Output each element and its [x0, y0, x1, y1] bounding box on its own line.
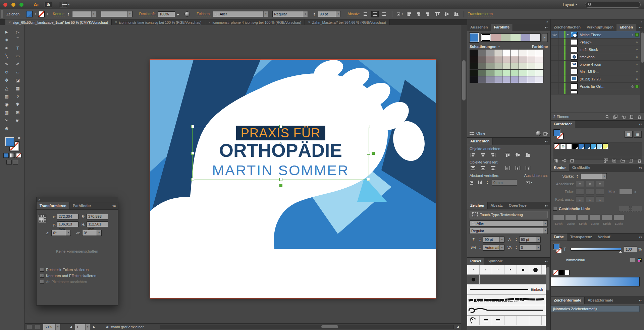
tab-ebenen[interactable]: Ebenen — [616, 24, 636, 31]
gradient-tool[interactable]: ▨ — [1, 92, 12, 100]
align-left-icon[interactable] — [470, 152, 476, 157]
new-swatch-icon[interactable] — [629, 158, 633, 163]
swatch[interactable] — [584, 143, 590, 149]
target-circle-active-icon[interactable]: ◎ — [630, 85, 635, 88]
swatch[interactable] — [502, 76, 511, 83]
swatch[interactable] — [527, 76, 536, 83]
visibility-cell[interactable] — [551, 39, 558, 46]
align-horizontal-center-button[interactable] — [415, 11, 422, 17]
swatch[interactable] — [511, 34, 521, 41]
target-circle-icon[interactable]: ○ — [634, 55, 640, 59]
magic-wand-tool[interactable]: ✶ — [1, 36, 12, 44]
hscroll-thumb[interactable] — [321, 325, 338, 328]
symbol-sprayer-tool[interactable]: ✱ — [12, 100, 23, 108]
lock-cell[interactable] — [558, 53, 564, 60]
align-horizontal-left-button[interactable] — [406, 11, 413, 17]
text-selection-bounds[interactable]: PRAXIS FÜR ORTHOPÄDIE MARTIN SOMMER ✕ — [192, 126, 369, 180]
panel-menu-icon[interactable]: ▾≡ — [543, 260, 550, 263]
library-panel-icon[interactable] — [570, 158, 575, 163]
selection-handle-se[interactable] — [367, 178, 370, 181]
target-circle-icon[interactable]: ○ — [630, 33, 635, 37]
tab-zeichenflaechen[interactable]: Zeichenflächen — [551, 24, 584, 31]
swatch[interactable] — [519, 56, 527, 63]
tints-label[interactable]: Farbtöne — [532, 45, 548, 49]
search-input[interactable] — [585, 2, 641, 8]
swatch[interactable] — [486, 70, 494, 76]
swatch[interactable] — [470, 63, 478, 70]
tint-slider[interactable] — [571, 248, 621, 251]
clipping-mask-icon[interactable] — [613, 115, 618, 119]
layer-row-praxis[interactable]: Praxis für Ort... ◎ — [551, 83, 640, 90]
swap-fill-stroke-icon[interactable]: ⇄ — [18, 136, 20, 140]
artboard-nav-icon-2[interactable] — [35, 325, 40, 329]
swatch[interactable] — [519, 76, 527, 83]
selection-handle-sw[interactable] — [191, 178, 194, 181]
opacity-input[interactable]: 100% — [158, 11, 175, 17]
kerning-select[interactable]: Automati▾ — [483, 245, 504, 251]
artboard-number-select[interactable]: 1▾ — [75, 324, 90, 330]
new-layer-icon[interactable] — [629, 115, 634, 119]
visibility-cell[interactable] — [551, 46, 558, 53]
lock-cell[interactable] — [558, 75, 564, 82]
panel-menu-icon[interactable]: ▾≡ — [543, 26, 550, 29]
panel-menu-icon[interactable]: ▾≡ — [637, 236, 644, 239]
kerning-stepper[interactable]: ▲▼ — [478, 246, 482, 250]
swatch[interactable] — [511, 63, 519, 70]
round-brush-swatch[interactable] — [467, 265, 480, 274]
new-sublayer-icon[interactable] — [621, 115, 626, 119]
visibility-cell[interactable] — [551, 68, 558, 75]
draw-mode-button[interactable] — [6, 160, 12, 164]
panel-menu-icon[interactable]: ▾≡ — [637, 26, 644, 29]
list-view-button[interactable]: ☰ — [625, 131, 633, 138]
selection-handle-e[interactable] — [367, 152, 370, 155]
target-circle-icon[interactable]: ○ — [634, 41, 640, 44]
character-style-item[interactable]: [Normales Zeichenformat]+ — [551, 306, 640, 312]
font-size-stepper[interactable]: ▲▼ — [313, 12, 316, 16]
paragraph-label[interactable]: Absatz: — [347, 12, 360, 16]
grid-view-button[interactable]: ▦ — [634, 131, 642, 138]
rectangle-tool[interactable]: ▭ — [12, 52, 23, 60]
swatch[interactable] — [494, 70, 503, 76]
swatch-options-icon[interactable] — [612, 158, 616, 163]
text-resize-handle[interactable] — [279, 184, 282, 187]
swatch[interactable] — [470, 56, 478, 63]
char-font-style-select[interactable]: Regular▾ — [470, 228, 548, 234]
dashed-line-label[interactable]: Gestrichelte Linie — [559, 207, 590, 211]
lock-cell[interactable] — [558, 83, 564, 90]
tab-absatz[interactable]: Absatz — [488, 202, 506, 209]
harmony-color-strip[interactable] — [481, 34, 541, 42]
round-brush-swatch[interactable] — [529, 265, 542, 274]
visibility-cell[interactable] — [551, 83, 558, 90]
fill-stroke-chips[interactable] — [553, 129, 565, 139]
color-themes-icon[interactable] — [562, 158, 566, 163]
swatch[interactable] — [519, 70, 527, 76]
selection-color-chip[interactable] — [635, 85, 639, 88]
none-mode-button[interactable] — [16, 153, 21, 158]
align-vertical-top-button[interactable] — [434, 11, 441, 17]
lasso-tool[interactable]: ⌒ — [12, 36, 23, 44]
locate-object-icon[interactable] — [605, 115, 609, 119]
visibility-cell[interactable] — [551, 53, 558, 60]
scale-strokes-checkbox[interactable]: ✓ — [40, 274, 44, 278]
selection-color-chip[interactable] — [635, 33, 639, 37]
tab-farbhilfe[interactable]: Farbhilfe — [491, 24, 513, 31]
align-right-icon[interactable] — [490, 152, 496, 157]
tab-farbfelder[interactable]: Farbfelder — [551, 121, 575, 128]
panel-menu-icon[interactable]: ▾≡ — [543, 140, 550, 143]
selection-handle-s[interactable] — [279, 178, 282, 181]
round-brush-swatch[interactable] — [504, 265, 517, 274]
shades-label[interactable]: Schattierungen — [470, 45, 496, 49]
fill-caret[interactable]: ▾ — [35, 13, 36, 15]
weight-select[interactable]: ▾ — [581, 173, 607, 179]
swatch[interactable] — [502, 70, 511, 76]
panel-menu-icon[interactable]: ▾≡ — [543, 204, 550, 207]
direct-selection-tool[interactable]: ▻ — [12, 28, 23, 36]
color-spectrum-bar[interactable] — [551, 277, 640, 286]
swatch-kinds-icon[interactable] — [604, 158, 608, 163]
swatch[interactable] — [494, 56, 503, 63]
swatch[interactable] — [578, 143, 584, 149]
swatch[interactable] — [519, 63, 527, 70]
tab-opentype[interactable]: OpenType — [506, 202, 530, 209]
swatch[interactable] — [554, 143, 560, 149]
pencil-tool[interactable]: ✐ — [12, 60, 23, 68]
